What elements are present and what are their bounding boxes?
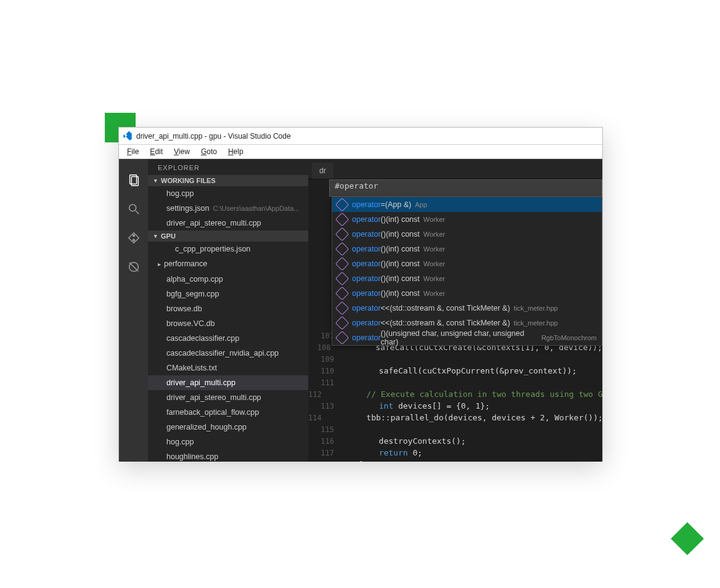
vscode-icon	[123, 131, 133, 141]
explorer-header: EXPLORER	[148, 159, 308, 175]
file-item[interactable]: browse.VC.db	[148, 316, 308, 331]
code-line[interactable]: 114 tbb::parallel_do(devices, devices + …	[308, 412, 602, 423]
symbol-icon	[335, 213, 350, 227]
file-item[interactable]: bgfg_segm.cpp	[148, 287, 308, 301]
debug-icon[interactable]	[119, 252, 148, 281]
suggestion-item[interactable]: operator=(App &)App	[332, 197, 602, 212]
working-file[interactable]: settings.jsonC:\Users\aasthan\AppData...	[148, 201, 308, 216]
code-line[interactable]: 118 }	[308, 459, 602, 462]
suggestion-item[interactable]: operator()(int) constWorker	[332, 227, 602, 242]
svg-point-5	[133, 239, 134, 241]
menu-edit[interactable]: Edit	[144, 146, 168, 157]
suggestion-item[interactable]: operator()(int) constWorker	[332, 242, 602, 256]
menu-help[interactable]: Help	[223, 146, 249, 157]
decor-diamond	[671, 522, 704, 555]
menu-goto[interactable]: Goto	[195, 146, 223, 157]
code-line[interactable]: 109	[308, 353, 602, 365]
file-item[interactable]: alpha_comp.cpp	[148, 272, 308, 287]
symbol-icon	[335, 198, 350, 212]
working-file[interactable]: driver_api_stereo_multi.cpp	[148, 216, 308, 231]
file-item[interactable]: houghlines.cpp	[148, 449, 308, 462]
symbol-icon	[335, 257, 350, 271]
explorer-sidebar: EXPLORER ▾WORKING FILES hog.cppsettings.…	[148, 159, 308, 462]
symbol-icon	[335, 287, 350, 301]
code-line[interactable]: 111	[308, 377, 602, 388]
file-item[interactable]: c_cpp_properties.json	[148, 242, 308, 256]
svg-line-3	[135, 210, 139, 214]
explorer-icon[interactable]	[119, 165, 148, 194]
symbol-search-input[interactable]: #operator	[329, 179, 602, 197]
menu-bar: File Edit View Goto Help	[119, 145, 602, 159]
file-item[interactable]: CMakeLists.txt	[148, 361, 308, 375]
menu-view[interactable]: View	[168, 146, 195, 157]
tab-row: dr	[308, 159, 602, 179]
working-file[interactable]: hog.cpp	[148, 186, 308, 201]
file-item[interactable]: cascadeclassifier_nvidia_api.cpp	[148, 346, 308, 361]
editor-tab[interactable]: dr	[312, 163, 333, 179]
git-icon[interactable]	[119, 223, 148, 252]
title-bar: driver_api_multi.cpp - gpu - Visual Stud…	[119, 128, 602, 145]
project-section[interactable]: ▾GPU	[148, 231, 308, 242]
code-line[interactable]: 117 return 0;	[308, 447, 602, 459]
working-files-section[interactable]: ▾WORKING FILES	[148, 175, 308, 186]
suggestion-item[interactable]: operator<<(std::ostream &, const TickMet…	[332, 316, 602, 330]
suggestion-item[interactable]: operator()(int) constWorker	[332, 271, 602, 286]
file-item[interactable]: hog.cpp	[148, 435, 308, 449]
symbol-icon	[335, 301, 350, 316]
activity-bar	[119, 159, 148, 462]
symbol-icon	[335, 331, 350, 345]
window-title: driver_api_multi.cpp - gpu - Visual Stud…	[136, 132, 291, 141]
symbol-icon	[335, 227, 350, 242]
suggestion-item[interactable]: operator()(int) constWorker	[332, 212, 602, 227]
code-line[interactable]: 115	[308, 423, 602, 435]
suggestion-item[interactable]: operator()(int) constWorker	[332, 256, 602, 271]
file-item[interactable]: generalized_hough.cpp	[148, 420, 308, 435]
file-item[interactable]: performance	[148, 256, 308, 272]
file-item[interactable]: cascadeclassifier.cpp	[148, 331, 308, 346]
vscode-window: driver_api_multi.cpp - gpu - Visual Stud…	[118, 127, 603, 461]
svg-point-2	[129, 204, 136, 211]
code-line[interactable]: 116 destroyContexts();	[308, 435, 602, 447]
suggestion-item[interactable]: operator()(int) constWorker	[332, 286, 602, 301]
menu-file[interactable]: File	[121, 146, 144, 157]
suggestion-item[interactable]: operator()(unsigned char, unsigned char,…	[332, 330, 602, 345]
file-item[interactable]: driver_api_stereo_multi.cpp	[148, 390, 308, 405]
symbol-icon	[335, 272, 350, 286]
search-icon[interactable]	[119, 194, 148, 223]
file-item[interactable]: farneback_optical_flow.cpp	[148, 405, 308, 420]
symbol-icon	[335, 242, 350, 256]
editor-pane: dr #operator operator=(App &)Appoperator…	[308, 159, 602, 462]
symbol-icon	[335, 316, 350, 330]
suggestion-list: operator=(App &)Appoperator()(int) const…	[332, 197, 602, 346]
code-area[interactable]: #operator operator=(App &)Appoperator()(…	[308, 179, 602, 462]
code-line[interactable]: 110 safeCall(cuCtxPopCurrent(&prev_conte…	[308, 365, 602, 377]
code-line[interactable]: 113 int devices[] = {0, 1};	[308, 400, 602, 412]
code-line[interactable]: 112 // Execute calculation in two thread…	[308, 388, 602, 400]
file-item[interactable]: browse.db	[148, 301, 308, 316]
suggestion-item[interactable]: operator<<(std::ostream &, const TickMet…	[332, 301, 602, 316]
svg-point-4	[133, 234, 134, 236]
file-item[interactable]: driver_api_multi.cpp	[148, 375, 308, 390]
